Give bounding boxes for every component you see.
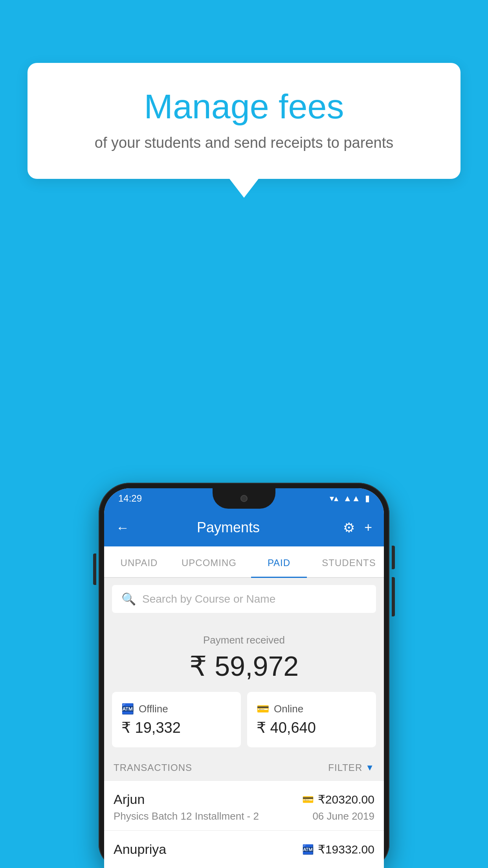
tab-students[interactable]: STUDENTS bbox=[314, 546, 384, 577]
online-card-header: 💳 Online bbox=[257, 703, 367, 715]
payment-total-amount: ₹ 59,972 bbox=[116, 650, 372, 682]
app-bar: ← Payments ⚙ + bbox=[104, 509, 384, 546]
table-row[interactable]: Anupriya 🏧 ₹19332.00 bbox=[104, 830, 384, 868]
hero-card: Manage fees of your students and send re… bbox=[28, 63, 460, 179]
volume-down-button bbox=[392, 577, 395, 616]
offline-label: Offline bbox=[139, 703, 168, 715]
add-icon[interactable]: + bbox=[364, 520, 372, 535]
filter-icon: ▼ bbox=[365, 763, 374, 773]
transaction-amount-container: 🏧 ₹19332.00 bbox=[302, 842, 374, 856]
volume-button bbox=[93, 554, 96, 585]
payment-type-icon: 🏧 bbox=[302, 844, 314, 855]
tab-paid[interactable]: PAID bbox=[244, 546, 314, 577]
search-input[interactable]: Search by Course or Name bbox=[142, 593, 275, 605]
offline-icon: 🏧 bbox=[121, 703, 134, 715]
hero-title: Manage fees bbox=[59, 86, 429, 127]
offline-amount: ₹ 19,332 bbox=[121, 719, 231, 736]
power-button bbox=[392, 546, 395, 569]
hero-subtitle: of your students and send receipts to pa… bbox=[59, 134, 429, 151]
tab-upcoming[interactable]: UPCOMING bbox=[174, 546, 244, 577]
transactions-header: TRANSACTIONS FILTER ▼ bbox=[104, 755, 384, 780]
transaction-amount: ₹19332.00 bbox=[318, 842, 374, 856]
transaction-date: 06 June 2019 bbox=[312, 810, 374, 822]
app-bar-actions: ⚙ + bbox=[343, 520, 372, 535]
settings-icon[interactable]: ⚙ bbox=[343, 520, 355, 535]
online-icon: 💳 bbox=[257, 703, 269, 715]
tabs-bar: UNPAID UPCOMING PAID STUDENTS bbox=[104, 546, 384, 578]
table-row[interactable]: Arjun 💳 ₹20320.00 Physics Batch 12 Insta… bbox=[104, 780, 384, 830]
online-amount: ₹ 40,640 bbox=[257, 719, 367, 736]
transaction-amount: ₹20320.00 bbox=[318, 793, 374, 806]
wifi-icon: ▾▴ bbox=[330, 493, 338, 504]
signal-icon: ▲▲ bbox=[343, 493, 360, 504]
payment-type-icon: 💳 bbox=[302, 794, 314, 805]
phone-screen: 14:29 ▾▴ ▲▲ ▮ ← Payments ⚙ + UNPAID bbox=[104, 488, 384, 868]
offline-payment-card: 🏧 Offline ₹ 19,332 bbox=[112, 692, 241, 747]
search-bar[interactable]: 🔍 Search by Course or Name bbox=[112, 585, 376, 613]
transaction-amount-container: 💳 ₹20320.00 bbox=[302, 793, 374, 806]
filter-label: FILTER bbox=[328, 762, 362, 773]
payment-cards: 🏧 Offline ₹ 19,332 💳 Online ₹ 40,640 bbox=[104, 692, 384, 755]
camera bbox=[240, 495, 248, 502]
online-label: Online bbox=[274, 703, 303, 715]
phone-container: 14:29 ▾▴ ▲▲ ▮ ← Payments ⚙ + UNPAID bbox=[99, 483, 389, 868]
transactions-label: TRANSACTIONS bbox=[114, 762, 192, 773]
status-time: 14:29 bbox=[118, 493, 142, 504]
notch bbox=[213, 488, 275, 509]
payment-received-label: Payment received bbox=[116, 634, 372, 646]
transaction-course: Physics Batch 12 Installment - 2 bbox=[114, 810, 259, 822]
battery-icon: ▮ bbox=[365, 493, 370, 504]
online-payment-card: 💳 Online ₹ 40,640 bbox=[247, 692, 376, 747]
transaction-name: Arjun bbox=[114, 792, 145, 807]
offline-card-header: 🏧 Offline bbox=[121, 703, 231, 715]
search-icon: 🔍 bbox=[121, 592, 136, 606]
transaction-row-top: Arjun 💳 ₹20320.00 bbox=[114, 792, 374, 807]
transaction-name: Anupriya bbox=[114, 842, 166, 857]
status-icons: ▾▴ ▲▲ ▮ bbox=[330, 493, 370, 504]
transaction-row-top: Anupriya 🏧 ₹19332.00 bbox=[114, 842, 374, 857]
transaction-row-bottom: Physics Batch 12 Installment - 2 06 June… bbox=[114, 810, 374, 822]
tab-unpaid[interactable]: UNPAID bbox=[104, 546, 174, 577]
app-bar-title: Payments bbox=[121, 519, 335, 536]
phone-outer: 14:29 ▾▴ ▲▲ ▮ ← Payments ⚙ + UNPAID bbox=[99, 483, 389, 868]
filter-button[interactable]: FILTER ▼ bbox=[328, 762, 374, 773]
payment-summary: Payment received ₹ 59,972 bbox=[104, 620, 384, 692]
content-area: 🔍 Search by Course or Name Payment recei… bbox=[104, 585, 384, 868]
